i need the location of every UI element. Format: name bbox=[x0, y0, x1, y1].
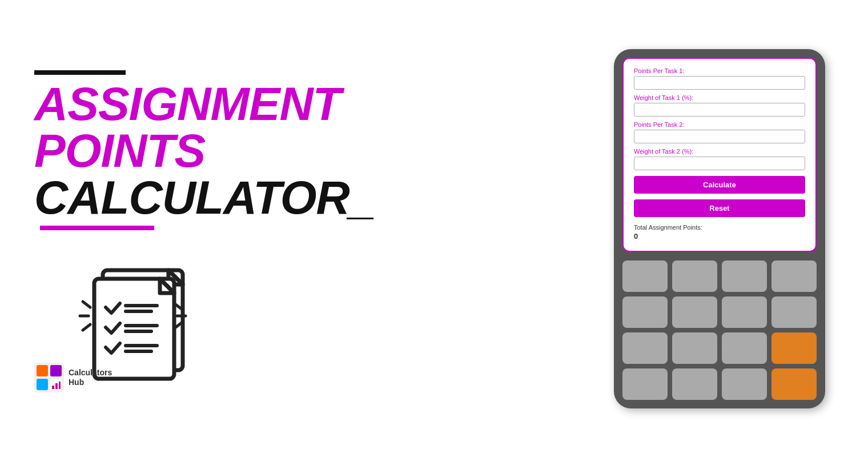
checklist-illustration bbox=[69, 242, 605, 404]
field4-label: Weight of Task 2 (%): bbox=[634, 148, 805, 155]
field2-label: Weight of Task 1 (%): bbox=[634, 94, 805, 101]
key-r1c3[interactable] bbox=[722, 260, 767, 292]
logo-icon bbox=[34, 363, 64, 392]
key-r2c2[interactable] bbox=[672, 296, 717, 328]
result-label: Total Assignment Points: bbox=[634, 224, 805, 231]
key-r4c3[interactable] bbox=[722, 368, 767, 400]
svg-line-9 bbox=[83, 302, 90, 307]
title-line1: ASSIGNMENT bbox=[34, 81, 605, 127]
calculator-keypad bbox=[622, 260, 817, 400]
svg-rect-17 bbox=[37, 379, 48, 390]
key-r1c1[interactable] bbox=[622, 260, 668, 292]
key-r2c1[interactable] bbox=[622, 296, 668, 328]
key-r4c4-orange[interactable] bbox=[771, 368, 817, 400]
top-decorative-bar bbox=[34, 70, 126, 75]
calculate-button[interactable]: Calculate bbox=[634, 176, 805, 194]
svg-rect-20 bbox=[55, 383, 58, 389]
key-r3c3[interactable] bbox=[722, 332, 767, 364]
calculator-screen: Points Per Task 1: Weight of Task 1 (%):… bbox=[622, 58, 817, 252]
result-value: 0 bbox=[634, 232, 805, 240]
svg-rect-21 bbox=[59, 382, 61, 389]
calculator-body: Points Per Task 1: Weight of Task 1 (%):… bbox=[614, 49, 825, 408]
title-line3: CALCULATOR_ bbox=[34, 174, 605, 221]
key-r2c3[interactable] bbox=[722, 296, 767, 328]
key-r2c4[interactable] bbox=[771, 296, 817, 328]
field4-input[interactable] bbox=[634, 157, 805, 170]
title-block: ASSIGNMENT POINTS CALCULATOR_ bbox=[34, 53, 605, 230]
logo-area: Calculators Hub bbox=[34, 363, 112, 392]
svg-rect-15 bbox=[37, 365, 48, 376]
logo-text: Calculators Hub bbox=[69, 368, 112, 387]
key-r4c1[interactable] bbox=[622, 368, 668, 400]
title-line2: POINTS bbox=[34, 127, 605, 174]
reset-button[interactable]: Reset bbox=[634, 199, 805, 217]
field2-input[interactable] bbox=[634, 103, 805, 117]
svg-rect-16 bbox=[50, 365, 62, 376]
field3-input[interactable] bbox=[634, 130, 805, 143]
left-section: ASSIGNMENT POINTS CALCULATOR_ bbox=[34, 53, 605, 404]
field3-label: Points Per Task 2: bbox=[634, 121, 805, 128]
svg-rect-19 bbox=[52, 386, 54, 389]
key-r1c4[interactable] bbox=[771, 260, 817, 292]
key-r3c4-orange[interactable] bbox=[771, 332, 817, 364]
calculator-section: Points Per Task 1: Weight of Task 1 (%):… bbox=[605, 49, 834, 408]
key-r1c2[interactable] bbox=[672, 260, 717, 292]
key-r3c2[interactable] bbox=[672, 332, 717, 364]
field1-label: Points Per Task 1: bbox=[634, 67, 805, 74]
key-r3c1[interactable] bbox=[622, 332, 668, 364]
bottom-decorative-bar bbox=[40, 226, 154, 230]
field1-input[interactable] bbox=[634, 76, 805, 90]
svg-line-10 bbox=[83, 324, 90, 330]
key-r4c2[interactable] bbox=[672, 368, 717, 400]
